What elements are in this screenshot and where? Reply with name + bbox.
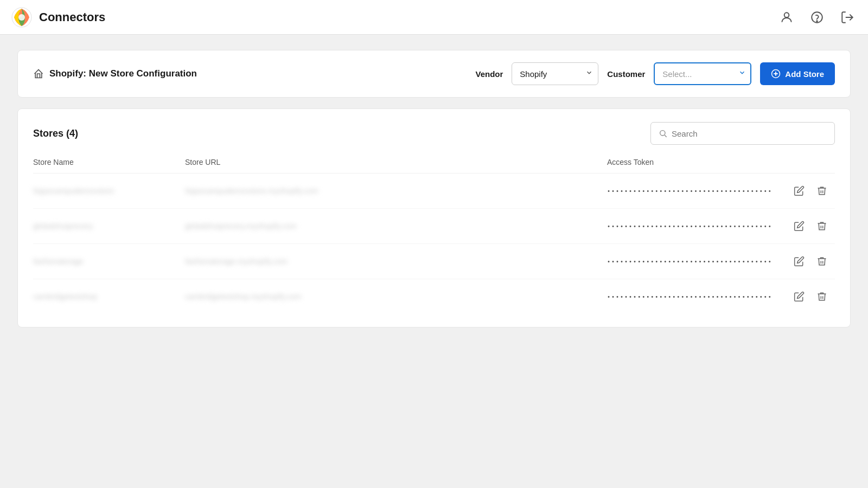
- edit-icon: [794, 185, 805, 196]
- delete-button[interactable]: [814, 254, 829, 269]
- logout-icon: [840, 10, 854, 24]
- vendor-select-wrapper: Shopify WooCommerce Magento: [512, 62, 598, 85]
- user-button[interactable]: [777, 8, 796, 27]
- store-url-cell: globalshutprecery.myshopify.com: [185, 222, 607, 230]
- store-url-cell: fashionatorage.myshopify.com: [185, 257, 607, 266]
- access-token-cell: ••••••••••••••••••••••••••••••••••••••: [607, 188, 792, 194]
- add-store-label: Add Store: [785, 69, 824, 79]
- customer-select[interactable]: Select...: [654, 62, 751, 85]
- app-title: Connectors: [39, 10, 105, 24]
- trash-icon: [816, 221, 827, 232]
- access-token-cell: ••••••••••••••••••••••••••••••••••••••: [607, 259, 792, 265]
- col-actions: [792, 158, 835, 166]
- row-actions: [792, 289, 835, 304]
- config-panel: Shopify: New Store Configuration Vendor …: [17, 50, 851, 98]
- table-row: fashionatorage fashionatorage.myshopify.…: [33, 244, 835, 279]
- customer-label: Customer: [607, 69, 645, 79]
- svg-line-9: [665, 135, 667, 137]
- add-store-button[interactable]: Add Store: [760, 62, 835, 85]
- edit-button[interactable]: [792, 183, 807, 198]
- store-url-cell: cambridgetestshop.myshopify.com: [185, 292, 607, 301]
- stores-table: Store Name Store URL Access Token hippoc…: [33, 158, 835, 314]
- row-actions: [792, 219, 835, 234]
- access-token-cell: ••••••••••••••••••••••••••••••••••••••: [607, 223, 792, 229]
- stores-header: Stores (4): [33, 122, 835, 145]
- table-row: hippocampudemovstore hippocampudemovstor…: [33, 174, 835, 209]
- search-input[interactable]: [672, 129, 827, 138]
- table-row: cambridgetestshop cambridgetestshop.mysh…: [33, 279, 835, 314]
- config-controls: Vendor Shopify WooCommerce Magento Custo…: [475, 62, 835, 85]
- main-content: Shopify: New Store Configuration Vendor …: [0, 35, 868, 488]
- trash-icon: [816, 256, 827, 267]
- col-store-name: Store Name: [33, 158, 185, 166]
- store-name-cell: cambridgetestshop: [33, 292, 185, 301]
- access-token-cell: ••••••••••••••••••••••••••••••••••••••: [607, 294, 792, 300]
- vendor-label: Vendor: [475, 69, 503, 79]
- edit-button[interactable]: [792, 289, 807, 304]
- svg-point-8: [660, 131, 665, 136]
- header-right: [777, 8, 857, 27]
- search-icon: [659, 129, 667, 138]
- svg-point-2: [784, 12, 789, 17]
- plus-icon: [771, 69, 781, 79]
- vendor-select[interactable]: Shopify WooCommerce Magento: [512, 62, 598, 85]
- config-title: Shopify: New Store Configuration: [49, 68, 197, 79]
- delete-button[interactable]: [814, 219, 829, 234]
- logout-button[interactable]: [838, 8, 857, 27]
- app-header: Connectors: [0, 0, 868, 35]
- edit-icon: [794, 256, 805, 267]
- store-name-cell: globalshutprecery: [33, 222, 185, 230]
- row-actions: [792, 183, 835, 198]
- search-box[interactable]: [650, 122, 835, 145]
- stores-panel: Stores (4) Store Name Store URL Access T…: [17, 108, 851, 328]
- store-name-cell: hippocampudemovstore: [33, 187, 185, 195]
- delete-button[interactable]: [814, 183, 829, 198]
- edit-button[interactable]: [792, 219, 807, 234]
- trash-icon: [816, 185, 827, 196]
- table-header: Store Name Store URL Access Token: [33, 158, 835, 174]
- user-icon: [780, 10, 794, 24]
- app-logo: [11, 7, 33, 28]
- row-actions: [792, 254, 835, 269]
- table-row: globalshutprecery globalshutprecery.mysh…: [33, 209, 835, 244]
- svg-point-4: [816, 21, 818, 22]
- trash-icon: [816, 291, 827, 302]
- edit-icon: [794, 221, 805, 232]
- help-icon: [810, 10, 824, 24]
- svg-point-1: [18, 14, 25, 21]
- header-left: Connectors: [11, 7, 105, 28]
- config-breadcrumb: Shopify: New Store Configuration: [33, 68, 464, 79]
- edit-button[interactable]: [792, 254, 807, 269]
- col-access-token: Access Token: [607, 158, 792, 166]
- home-icon: [33, 68, 44, 79]
- help-button[interactable]: [807, 8, 827, 27]
- delete-button[interactable]: [814, 289, 829, 304]
- customer-select-wrapper: Select...: [654, 62, 751, 85]
- store-url-cell: hippocampudemovstore.myshopify.com: [185, 187, 607, 195]
- col-store-url: Store URL: [185, 158, 607, 166]
- store-name-cell: fashionatorage: [33, 257, 185, 266]
- edit-icon: [794, 291, 805, 302]
- stores-title: Stores (4): [33, 128, 78, 139]
